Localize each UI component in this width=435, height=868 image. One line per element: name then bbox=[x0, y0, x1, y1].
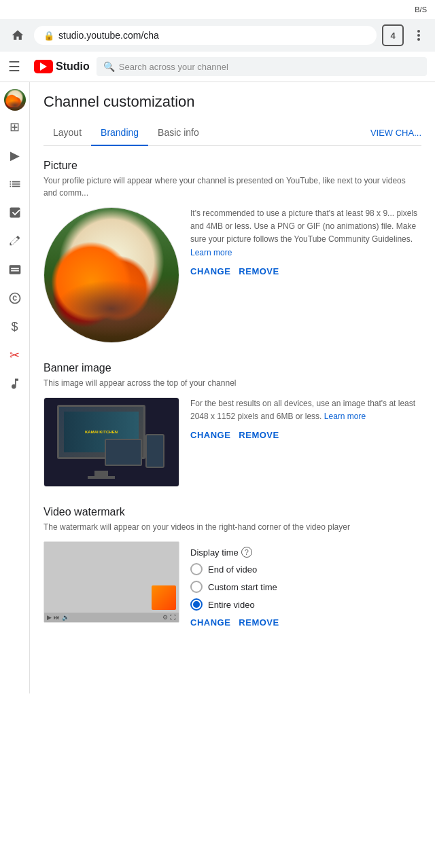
picture-content: It's recommended to use a picture that's… bbox=[44, 207, 421, 343]
banner-info-text: For the best results on all devices, use… bbox=[190, 397, 421, 423]
banner-title: Banner image bbox=[44, 362, 421, 374]
display-time-label: Display time ? bbox=[190, 547, 421, 558]
picture-change-button[interactable]: CHANGE bbox=[190, 265, 230, 278]
banner-text: KAMAI KITCHEN bbox=[85, 430, 118, 434]
watermark-title: Video watermark bbox=[44, 506, 421, 518]
browser-chrome: 🔒 studio.youtube.com/cha 4 bbox=[0, 19, 435, 52]
banner-change-button[interactable]: CHANGE bbox=[190, 429, 230, 441]
address-bar[interactable]: 🔒 studio.youtube.com/cha bbox=[34, 26, 377, 45]
youtube-icon bbox=[34, 60, 53, 73]
video-screen bbox=[44, 542, 179, 613]
sidebar-item-playlists[interactable] bbox=[3, 172, 27, 196]
tablet bbox=[105, 439, 142, 466]
watermark-section: Video watermark The watermark will appea… bbox=[44, 506, 421, 629]
radio-custom-start[interactable]: Custom start time bbox=[190, 581, 421, 593]
banner-action-buttons: CHANGE REMOVE bbox=[190, 429, 421, 441]
banner-content: KAMAI KITCHEN For the best results on al… bbox=[44, 397, 421, 487]
sidebar-item-copyright[interactable] bbox=[3, 286, 27, 310]
content-area: Channel customization Layout Branding Ba… bbox=[30, 82, 435, 693]
play-icon[interactable]: ▶ bbox=[47, 614, 52, 621]
sidebar-item-analytics[interactable] bbox=[3, 200, 27, 225]
radio-outer-end bbox=[190, 563, 203, 575]
studio-label: Studio bbox=[56, 60, 90, 73]
search-bar[interactable]: 🔍 Search across your channel bbox=[97, 57, 427, 76]
page-title: Channel customization bbox=[44, 93, 421, 111]
picture-description: Your profile picture will appear where y… bbox=[44, 175, 421, 199]
yt-logo: Studio bbox=[34, 60, 90, 73]
picture-info-text: It's recommended to use a picture that's… bbox=[190, 207, 421, 259]
watermark-remove-button[interactable]: REMOVE bbox=[239, 616, 279, 629]
radio-end-of-video[interactable]: End of video bbox=[190, 563, 421, 575]
watermark-thumbnail bbox=[152, 585, 176, 610]
home-button[interactable] bbox=[7, 24, 29, 46]
fullscreen-icon[interactable]: ⛶ bbox=[170, 614, 176, 621]
banner-learn-more[interactable]: Learn more bbox=[324, 412, 366, 421]
tab-count[interactable]: 4 bbox=[382, 24, 404, 46]
banner-description: This image will appear across the top of… bbox=[44, 377, 421, 389]
search-icon: 🔍 bbox=[103, 61, 115, 72]
watermark-description: The watermark will appear on your videos… bbox=[44, 521, 421, 533]
browser-menu-button[interactable] bbox=[409, 26, 428, 45]
settings-icon[interactable]: ⚙ bbox=[162, 614, 168, 621]
radio-label-custom: Custom start time bbox=[208, 582, 277, 592]
banner-info-panel: For the best results on all devices, use… bbox=[190, 397, 421, 441]
tab-basic-info[interactable]: Basic info bbox=[148, 120, 209, 146]
yt-studio-header: ☰ Studio 🔍 Search across your channel bbox=[0, 52, 435, 82]
sidebar-item-tools[interactable]: ✂ bbox=[3, 343, 27, 367]
lock-icon: 🔒 bbox=[44, 31, 54, 41]
profile-picture-preview bbox=[44, 207, 179, 343]
radio-label-end: End of video bbox=[208, 564, 257, 575]
picture-section: Picture Your profile picture will appear… bbox=[44, 160, 421, 343]
radio-entire-video[interactable]: Entire video bbox=[190, 598, 421, 611]
watermark-info-panel: Display time ? End of video Custom start… bbox=[190, 541, 421, 629]
help-icon[interactable]: ? bbox=[241, 547, 252, 558]
picture-remove-button[interactable]: REMOVE bbox=[239, 265, 279, 278]
radio-outer-custom bbox=[190, 581, 203, 593]
sidebar-item-videos[interactable]: ▶ bbox=[3, 143, 27, 168]
tab-branding[interactable]: Branding bbox=[91, 120, 148, 146]
banner-section: Banner image This image will appear acro… bbox=[44, 362, 421, 487]
sidebar: ⊞ ▶ $ ✂ bbox=[0, 82, 30, 693]
banner-preview: KAMAI KITCHEN bbox=[44, 398, 179, 486]
watermark-content: ▶ ⏭ 🔊 ⚙ ⛶ Display time ? bbox=[44, 541, 421, 629]
video-controls: ▶ ⏭ 🔊 ⚙ ⛶ bbox=[44, 613, 179, 622]
view-channel-button[interactable]: VIEW CHA... bbox=[370, 125, 421, 141]
avatar[interactable] bbox=[4, 89, 26, 111]
banner-image-preview: KAMAI KITCHEN bbox=[44, 397, 179, 487]
tab-layout[interactable]: Layout bbox=[44, 120, 91, 146]
device-mockup: KAMAI KITCHEN bbox=[50, 401, 173, 483]
phone bbox=[145, 434, 164, 468]
main-layout: ⊞ ▶ $ ✂ Channel customization Layout B bbox=[0, 82, 435, 693]
display-time-section: Display time ? End of video Custom start… bbox=[190, 547, 421, 611]
skip-icon[interactable]: ⏭ bbox=[54, 614, 60, 621]
watermark-action-buttons: CHANGE REMOVE bbox=[190, 616, 421, 629]
url-text: studio.youtube.com/cha bbox=[58, 30, 159, 41]
picture-learn-more[interactable]: Learn more bbox=[190, 248, 232, 257]
volume-icon[interactable]: 🔊 bbox=[62, 614, 69, 621]
search-placeholder: Search across your channel bbox=[119, 62, 228, 72]
status-bar: B/S bbox=[0, 0, 435, 19]
sidebar-item-comments[interactable] bbox=[3, 229, 27, 253]
picture-action-buttons: CHANGE REMOVE bbox=[190, 265, 421, 278]
watermark-change-button[interactable]: CHANGE bbox=[190, 616, 230, 629]
tabs-bar: Layout Branding Basic info VIEW CHA... bbox=[44, 120, 421, 146]
sidebar-item-subtitles[interactable] bbox=[3, 257, 27, 282]
hamburger-menu[interactable]: ☰ bbox=[8, 58, 27, 75]
sidebar-item-audio[interactable] bbox=[3, 372, 27, 396]
sidebar-item-monetization[interactable]: $ bbox=[3, 314, 27, 339]
monitor-stand bbox=[94, 471, 108, 476]
radio-label-entire: Entire video bbox=[208, 600, 255, 610]
monitor-base bbox=[88, 476, 115, 479]
watermark-video-preview: ▶ ⏭ 🔊 ⚙ ⛶ bbox=[44, 541, 179, 623]
radio-outer-entire bbox=[190, 598, 203, 611]
radio-inner-entire bbox=[193, 601, 200, 608]
banner-remove-button[interactable]: REMOVE bbox=[239, 429, 279, 441]
sidebar-item-dashboard[interactable]: ⊞ bbox=[3, 115, 27, 139]
picture-info-panel: It's recommended to use a picture that's… bbox=[190, 207, 421, 278]
picture-title: Picture bbox=[44, 160, 421, 172]
